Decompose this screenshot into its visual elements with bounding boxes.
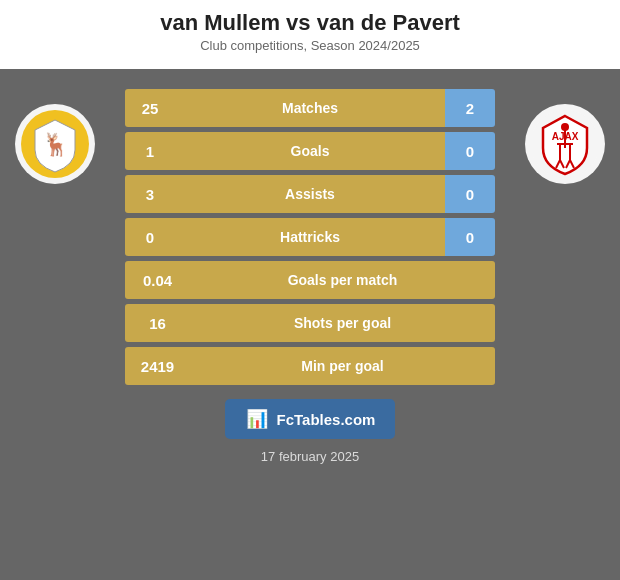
stat-row-goals: 1 Goals 0 bbox=[125, 132, 495, 170]
right-club-logo: AJAX bbox=[520, 99, 610, 189]
page-wrapper: van Mullem vs van de Pavert Club competi… bbox=[0, 0, 620, 580]
stat-row-shots-per-goal: 16 Shots per goal bbox=[125, 304, 495, 342]
stat-label-min-per-goal: Min per goal bbox=[190, 347, 495, 385]
stat-label-goals-per-match: Goals per match bbox=[190, 261, 495, 299]
stat-right-assists: 0 bbox=[445, 175, 495, 213]
stat-label-shots-per-goal: Shots per goal bbox=[190, 304, 495, 342]
stat-label-matches: Matches bbox=[175, 89, 445, 127]
svg-text:🦌: 🦌 bbox=[42, 131, 70, 158]
stat-row-hattricks: 0 Hattricks 0 bbox=[125, 218, 495, 256]
svg-point-8 bbox=[561, 123, 569, 131]
page-title: van Mullem vs van de Pavert bbox=[20, 10, 600, 36]
header-section: van Mullem vs van de Pavert Club competi… bbox=[0, 0, 620, 69]
fctables-logo[interactable]: 📊 FcTables.com bbox=[225, 399, 396, 439]
stat-right-goals: 0 bbox=[445, 132, 495, 170]
left-club-logo: 🦌 bbox=[10, 99, 100, 189]
stat-row-goals-per-match: 0.04 Goals per match bbox=[125, 261, 495, 299]
ajax-logo: AJAX bbox=[525, 104, 605, 184]
stat-left-hattricks: 0 bbox=[125, 218, 175, 256]
stat-row-matches: 25 Matches 2 bbox=[125, 89, 495, 127]
stat-left-shots-per-goal: 16 bbox=[125, 304, 190, 342]
stat-label-goals: Goals bbox=[175, 132, 445, 170]
stat-left-goals-per-match: 0.04 bbox=[125, 261, 190, 299]
stat-right-hattricks: 0 bbox=[445, 218, 495, 256]
date-footer: 17 february 2025 bbox=[261, 449, 359, 464]
content-area: 🦌 AJAX bbox=[0, 69, 620, 580]
stat-left-assists: 3 bbox=[125, 175, 175, 213]
page-subtitle: Club competitions, Season 2024/2025 bbox=[20, 38, 600, 61]
stat-right-matches: 2 bbox=[445, 89, 495, 127]
stat-row-min-per-goal: 2419 Min per goal bbox=[125, 347, 495, 385]
cambuur-logo: 🦌 bbox=[15, 104, 95, 184]
stat-left-min-per-goal: 2419 bbox=[125, 347, 190, 385]
stat-left-matches: 25 bbox=[125, 89, 175, 127]
stats-container: 25 Matches 2 1 Goals 0 3 Assists 0 0 Hat… bbox=[125, 89, 495, 385]
fctables-icon: 📊 bbox=[245, 407, 269, 431]
stat-row-assists: 3 Assists 0 bbox=[125, 175, 495, 213]
stat-label-hattricks: Hattricks bbox=[175, 218, 445, 256]
stat-left-goals: 1 bbox=[125, 132, 175, 170]
fctables-label: FcTables.com bbox=[277, 411, 376, 428]
stat-label-assists: Assists bbox=[175, 175, 445, 213]
